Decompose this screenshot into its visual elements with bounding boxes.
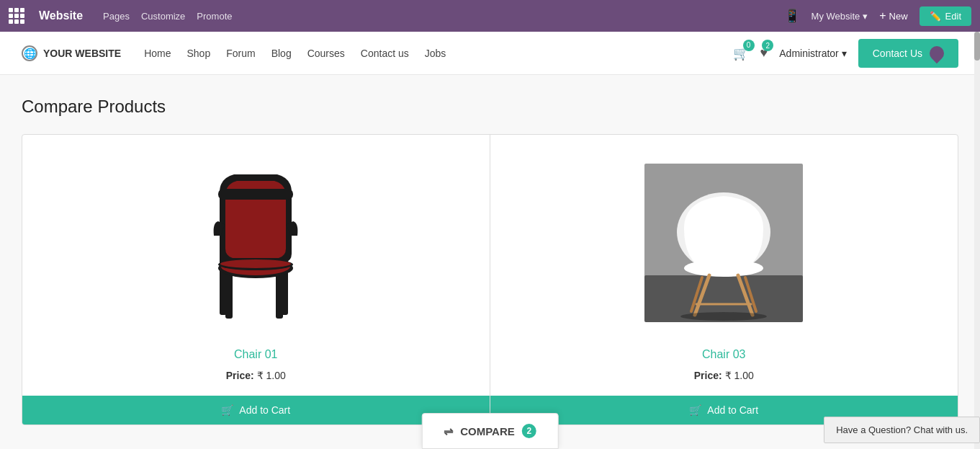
nav-shop[interactable]: Shop [181,45,216,62]
pages-link[interactable]: Pages [103,11,130,22]
nav-links: Home Shop Forum Blog Courses Contact us … [138,45,732,62]
price-label-2: Price: [694,370,722,381]
new-label: New [889,11,908,22]
chat-widget[interactable]: Have a Question? Chat with us. [824,417,980,443]
product-name-2[interactable]: Chair 03 [702,348,745,361]
nav-contact[interactable]: Contact us [355,45,415,62]
contact-label: Contact Us [873,48,922,59]
page-title: Compare Products [22,97,958,117]
product-col-1: Chair 01 Price: ₹ 1.00 🛒 Add to Cart [22,135,490,424]
nav-blog[interactable]: Blog [266,45,297,62]
svg-point-8 [220,259,291,268]
product-price-2: Price: ₹ 1.00 [694,370,754,381]
product-image-1 [37,149,475,337]
nav-home[interactable]: Home [138,45,176,62]
add-to-cart-btn-1[interactable]: 🛒 Add to Cart [22,396,490,424]
cart-icon-btn-1: 🛒 [221,404,233,416]
mobile-icon[interactable]: 📱 [784,8,800,24]
main-content: Compare Products [0,75,980,449]
cart-badge: 0 [743,40,755,51]
my-website-label: My Website [812,11,860,22]
promote-link[interactable]: Promote [197,11,232,22]
scrollbar[interactable] [974,32,980,449]
price-label-1: Price: [226,370,254,381]
product-image-2 [505,149,944,337]
wishlist-icon[interactable]: ♥ 2 [760,45,768,61]
nav-right: 🛒 0 ♥ 2 Administrator ▾ Contact Us [733,39,958,68]
plus-icon: + [879,9,886,22]
customize-link[interactable]: Customize [141,11,185,22]
cart-icon-btn-2: 🛒 [689,404,701,416]
wishlist-badge: 2 [762,40,773,51]
add-to-cart-label-2: Add to Cart [707,404,758,416]
edit-label: Edit [945,11,961,22]
website-logo[interactable]: 🌐 YOUR WEBSITE [22,45,121,61]
nav-forum[interactable]: Forum [220,45,261,62]
product-price-1: Price: ₹ 1.00 [226,370,286,381]
chevron-down-icon: ▾ [842,48,847,59]
svg-rect-6 [218,189,293,200]
svg-point-12 [684,259,763,277]
svg-point-18 [680,312,767,321]
chair01-image [198,164,313,322]
add-to-cart-label-1: Add to Cart [239,404,290,416]
grid-icon[interactable] [9,8,24,24]
compare-grid: Chair 01 Price: ₹ 1.00 🛒 Add to Cart [22,134,958,425]
chat-text: Have a Question? Chat with us. [836,424,968,435]
contact-us-button[interactable]: Contact Us [858,39,958,68]
product-col-2: Chair 03 Price: ₹ 1.00 🛒 Add to Cart [490,135,958,424]
scrollbar-thumb[interactable] [974,32,980,61]
logo-text: YOUR WEBSITE [43,48,121,59]
compare-label: COMPARE [460,425,515,437]
pencil-icon: ✏️ [930,11,941,22]
admin-bar: Website Pages Customize Promote 📱 My Web… [0,0,980,32]
compare-bar[interactable]: ⇌ COMPARE 2 [421,413,559,449]
nav-courses[interactable]: Courses [302,45,351,62]
my-website-dropdown[interactable]: My Website ▾ [812,11,868,22]
chevron-down-icon: ▾ [863,11,868,22]
new-button[interactable]: + New [879,9,907,22]
globe-icon: 🌐 [22,45,37,61]
compare-count-badge: 2 [522,424,536,438]
nav-jobs[interactable]: Jobs [419,45,452,62]
website-nav: 🌐 YOUR WEBSITE Home Shop Forum Blog Cour… [0,32,980,75]
water-drop-icon [927,43,947,63]
site-name[interactable]: Website [39,9,83,22]
admin-dropdown[interactable]: Administrator ▾ [779,48,846,59]
admin-label: Administrator [779,48,838,59]
edit-button[interactable]: ✏️ Edit [920,6,971,26]
price-value-2: ₹ 1.00 [725,370,754,381]
product-name-1[interactable]: Chair 01 [234,348,277,361]
price-value-1: ₹ 1.00 [257,370,286,381]
cart-icon[interactable]: 🛒 0 [733,45,749,61]
compare-arrows-icon: ⇌ [444,424,453,438]
chair03-image [644,164,803,322]
